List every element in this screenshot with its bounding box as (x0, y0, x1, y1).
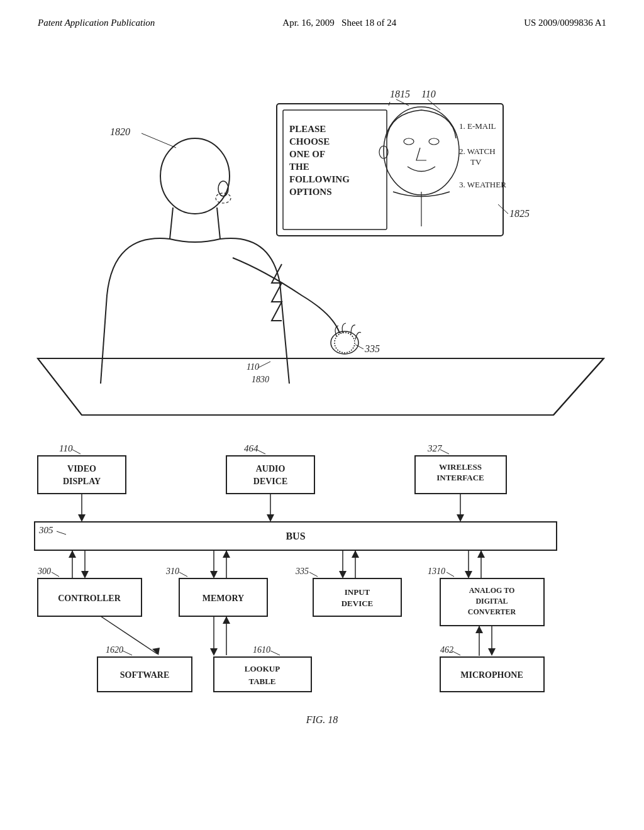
page-header: Patent Application Publication Apr. 16, … (0, 0, 644, 28)
svg-text:TABLE: TABLE (248, 677, 275, 686)
svg-marker-57 (78, 514, 86, 522)
svg-text:110: 110 (421, 89, 436, 99)
svg-text:462: 462 (440, 645, 453, 655)
svg-text:1310: 1310 (428, 567, 445, 576)
svg-marker-114 (488, 648, 496, 656)
svg-point-31 (335, 333, 355, 353)
svg-line-1 (396, 99, 409, 106)
svg-text:DIGITAL: DIGITAL (475, 597, 508, 606)
svg-text:ONE OF: ONE OF (289, 149, 325, 159)
svg-text:OPTIONS: OPTIONS (289, 187, 332, 197)
svg-line-29 (280, 283, 289, 384)
svg-marker-116 (475, 626, 483, 633)
svg-text:ANALOG TO: ANALOG TO (469, 586, 515, 595)
svg-text:MEMORY: MEMORY (203, 594, 244, 603)
svg-text:1610: 1610 (253, 645, 270, 655)
svg-marker-79 (465, 571, 472, 578)
svg-text:310: 310 (165, 567, 179, 576)
svg-line-38 (258, 362, 270, 368)
svg-text:1815: 1815 (390, 89, 410, 99)
svg-text:335: 335 (364, 343, 380, 354)
svg-text:300: 300 (37, 567, 51, 576)
svg-line-104 (270, 651, 280, 655)
svg-line-34 (38, 358, 82, 415)
svg-marker-59 (267, 514, 274, 522)
svg-line-83 (52, 572, 59, 577)
svg-text:FOLLOWING: FOLLOWING (289, 174, 350, 184)
svg-text:INPUT: INPUT (345, 587, 370, 597)
svg-text:FIG. 18: FIG. 18 (306, 714, 338, 725)
svg-text:DEVICE: DEVICE (253, 477, 287, 486)
svg-marker-67 (81, 571, 89, 578)
svg-line-24 (142, 133, 176, 148)
header-center: Apr. 16, 2009 Sheet 18 of 24 (282, 18, 396, 28)
svg-text:DISPLAY: DISPLAY (63, 477, 101, 486)
svg-text:CONTROLLER: CONTROLLER (58, 594, 121, 603)
svg-text:1825: 1825 (509, 208, 530, 219)
svg-text:327: 327 (427, 443, 443, 453)
svg-text:1820: 1820 (110, 126, 130, 137)
header-left: Patent Application Publication (38, 18, 155, 28)
svg-text:INTERFACE: INTERFACE (436, 473, 484, 482)
svg-text:464: 464 (244, 443, 258, 453)
svg-line-102 (123, 651, 132, 655)
svg-line-42 (72, 450, 80, 454)
svg-point-26 (218, 181, 228, 196)
svg-text:3. WEATHER: 3. WEATHER (459, 180, 506, 189)
svg-point-13 (404, 138, 414, 145)
svg-text:PLEASE: PLEASE (289, 124, 326, 134)
svg-text:VIDEO: VIDEO (67, 464, 96, 473)
svg-text:CHOOSE: CHOOSE (289, 136, 330, 147)
svg-marker-110 (223, 616, 230, 624)
svg-line-87 (309, 572, 318, 577)
svg-point-14 (429, 138, 439, 145)
svg-text:AUDIO: AUDIO (256, 464, 286, 473)
svg-line-63 (57, 531, 66, 534)
svg-rect-119 (214, 657, 311, 692)
svg-text:DEVICE: DEVICE (341, 599, 374, 608)
svg-line-85 (179, 572, 187, 577)
svg-text:1. E-MAIL: 1. E-MAIL (459, 121, 496, 131)
svg-marker-81 (477, 550, 485, 558)
svg-text:1830: 1830 (252, 375, 269, 384)
header-right: US 2009/0099836 A1 (524, 18, 606, 28)
svg-line-3 (428, 99, 440, 110)
svg-marker-71 (210, 571, 218, 578)
svg-line-89 (447, 572, 454, 577)
svg-text:LOOKUP: LOOKUP (245, 664, 280, 673)
svg-text:1620: 1620 (106, 645, 123, 655)
svg-line-28 (101, 296, 107, 384)
svg-marker-77 (352, 550, 359, 558)
svg-text:SOFTWARE: SOFTWARE (120, 670, 170, 680)
svg-text:BUS: BUS (286, 531, 305, 541)
svg-text:CONVERTER: CONVERTER (468, 607, 516, 616)
svg-text:110: 110 (59, 443, 73, 453)
svg-text:THE: THE (289, 162, 309, 172)
patent-illustration: 1815 110 PLEASE CHOOSE ONE OF THE FOLLOW… (0, 31, 644, 799)
svg-text:335: 335 (295, 567, 309, 576)
svg-marker-61 (457, 514, 464, 522)
svg-text:MICROPHONE: MICROPHONE (460, 670, 523, 680)
svg-rect-47 (38, 456, 126, 494)
svg-text:WIRELESS: WIRELESS (439, 462, 482, 472)
svg-marker-69 (69, 550, 76, 558)
svg-text:305: 305 (38, 525, 53, 535)
svg-text:110: 110 (247, 362, 259, 372)
svg-text:TV: TV (470, 157, 482, 167)
svg-marker-75 (339, 571, 347, 578)
svg-rect-50 (226, 456, 314, 494)
svg-rect-94 (313, 578, 401, 616)
svg-text:2. WATCH: 2. WATCH (459, 147, 496, 156)
svg-marker-73 (223, 550, 230, 558)
svg-marker-108 (210, 648, 218, 656)
svg-line-35 (553, 358, 604, 415)
